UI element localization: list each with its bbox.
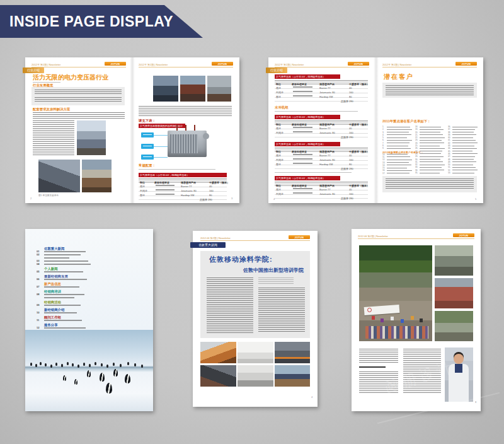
section-tag: 行业介绍 xyxy=(266,67,287,73)
callout-line xyxy=(154,146,168,147)
penguin-small xyxy=(89,364,91,367)
issue-text: 2012年 第1期 | Newsletter xyxy=(32,63,60,67)
photo-worker-orange xyxy=(200,342,236,363)
table-of-contents: 佐敦重大新闻01020304个人新闻05最新经销商发展06新产品信息07经销商培… xyxy=(37,247,145,330)
jotun-logo: JOTUN xyxy=(455,62,477,66)
photo-mobile-truck xyxy=(275,365,310,387)
customer-column: 1.2.3.4.5.6.7.8.9.2012年新增重点潜在客户名单如下：10.1… xyxy=(382,126,412,175)
transformer-diagram xyxy=(168,131,207,157)
customer-column: 36.37.38.39.40.41.42.43.44.45.46.47.48.4… xyxy=(448,126,478,175)
section-heading: 水冷机组 xyxy=(275,105,289,110)
coating-table: 部位表面处理要求推荐使用产品干膜厚度（微米）底漆Barrier 7740中间漆J… xyxy=(275,80,368,102)
toc-section-title: 经销商培训 xyxy=(44,289,105,291)
penguin-small xyxy=(127,362,129,365)
penguin-small xyxy=(120,364,122,367)
text-lines xyxy=(258,278,294,285)
diagram-callout xyxy=(141,132,154,137)
penguin-small xyxy=(72,363,74,366)
issue-text: 2012年 第1期 | Newsletter xyxy=(275,63,304,67)
text-lines xyxy=(275,172,352,174)
penguin-photo xyxy=(25,330,153,411)
article-title: 佐敦移动涂料学院: xyxy=(209,255,273,264)
customer-item: 17. xyxy=(382,172,412,175)
spread1-left-page: 2012年 第1期 | Newsletter JOTUN 行业介绍 活力无限的电… xyxy=(25,57,132,203)
toc-item xyxy=(37,296,145,299)
toc-section: 佐敦重大新闻01020304 xyxy=(37,247,145,266)
inside-page-display-board: INSIDE PAGE DISPLAY 2012年 第1期 | Newslett… xyxy=(0,0,504,444)
penguin-small xyxy=(40,362,42,365)
photo-rail-machine xyxy=(180,76,205,102)
page-number: 3 xyxy=(231,197,232,200)
issue-text: 2012.06 第2期 | Newsletter xyxy=(200,237,231,240)
spread-industry-article[interactable]: 2012年 第1期 | Newsletter JOTUN 行业介绍 活力无限的电… xyxy=(25,57,239,203)
penguin-small xyxy=(30,363,32,366)
diagram-callout xyxy=(141,155,154,160)
diagram-callout xyxy=(141,144,154,149)
toc-section-title: 最新经销商发展 xyxy=(44,274,105,276)
list-heading: 2012年新增重点潜在客户名单如下： xyxy=(382,151,398,153)
toc-section: 新经销商介绍10 xyxy=(37,308,145,314)
list-heading: 2011年重点潜在客户名单如下： xyxy=(382,119,431,124)
photo-outdoor-group xyxy=(435,311,473,341)
page-number: 4 xyxy=(273,197,275,201)
penguin-small xyxy=(83,363,85,366)
toc-section-title: 个人新闻 xyxy=(44,267,105,269)
customer-list: 1.2.3.4.5.6.7.8.9.2012年新增重点潜在客户名单如下：10.1… xyxy=(382,126,478,175)
spread2-left-page: 2012年 第1期 | Newsletter JOTUN 行业介绍 大气层变压器… xyxy=(268,57,375,203)
page-header: 2012年 第1期 | Newsletter JOTUN xyxy=(275,62,369,67)
page-header: 2012.06 第2期 | Newsletter JOTUN xyxy=(358,233,474,239)
toc-section: 经销商培训08 xyxy=(37,289,145,299)
intro-box xyxy=(382,83,477,98)
section-heading: 常规配置： xyxy=(139,163,156,168)
penguin-small xyxy=(35,364,37,367)
penguin-small xyxy=(101,363,103,366)
penguin-small xyxy=(141,365,143,368)
toc-page[interactable]: 佐敦重大新闻01020304个人新闻05最新经销商发展06新产品信息07经销商培… xyxy=(25,229,153,411)
jotun-news-page[interactable]: 2012.06 第2期 | Newsletter JOTUN 佐敦重大新闻 佐敦… xyxy=(193,231,318,407)
toc-section: 服务分享12 xyxy=(37,323,145,329)
text-lines xyxy=(35,97,122,103)
penguin-small xyxy=(94,362,96,365)
text-lines xyxy=(275,111,358,113)
text-lines xyxy=(33,120,74,155)
toc-item: 04 xyxy=(37,262,145,266)
penguin-small xyxy=(61,364,63,367)
article-title: 活力无限的电力变压器行业 xyxy=(33,73,108,82)
toc-section: 顾问工作组11 xyxy=(37,315,145,322)
title-banner: INSIDE PAGE DISPLAY xyxy=(0,5,203,38)
issue-text: 2012.06 第2期 | Newsletter xyxy=(358,235,388,238)
customer-item: 53. xyxy=(448,172,478,174)
page-header: 2012年 第1期 | Newsletter JOTUN xyxy=(382,62,477,67)
page-number: 5 xyxy=(475,197,476,201)
article-subtitle: 佐敦中国推出新型培训学院 xyxy=(243,267,304,274)
photo-red-group xyxy=(435,278,473,308)
page-number: 2 xyxy=(30,197,32,200)
section-tag: 佐敦重大新闻 xyxy=(190,242,226,248)
text-lines xyxy=(33,112,125,119)
penguin-large xyxy=(125,374,130,383)
text-lines xyxy=(386,85,474,95)
photo-transformer-haul xyxy=(207,76,231,102)
penguin-large xyxy=(113,369,118,377)
customer-column: 18.19.20.21.22.23.24.25.26.27.28.29.30.3… xyxy=(415,126,445,175)
spread-tables-customers[interactable]: 2012年 第1期 | Newsletter JOTUN 行业介绍 大气层变压器… xyxy=(268,57,483,203)
toc-section: 个人新闻05 xyxy=(37,267,145,273)
coating-table: 部位表面处理要求推荐使用产品干膜厚度（微米）底漆Barrier 7740中间漆J… xyxy=(275,120,368,137)
photo-power-lines xyxy=(153,76,178,102)
photo-white-equipment xyxy=(238,342,273,363)
jotun-logo: JOTUN xyxy=(453,233,474,237)
jotun-logo: JOTUN xyxy=(289,235,310,239)
text-lines xyxy=(359,366,386,369)
photo-crowd-building xyxy=(435,245,473,276)
text-lines xyxy=(386,178,474,190)
photo-transport-truck xyxy=(82,160,112,192)
penguin-small xyxy=(45,363,47,366)
photo-group-banner xyxy=(359,245,432,341)
article-title: 潜在客户 xyxy=(384,73,414,81)
text-lines xyxy=(139,169,215,171)
red-heading-bar: 大气层变压器面面俱到的涂料保护设计 xyxy=(139,124,185,128)
photo-substation xyxy=(38,160,80,192)
toc-section-title: 经销商活动 xyxy=(44,300,105,302)
penguin-large xyxy=(106,383,112,394)
toc-section-title: 新经销商介绍 xyxy=(44,308,105,310)
